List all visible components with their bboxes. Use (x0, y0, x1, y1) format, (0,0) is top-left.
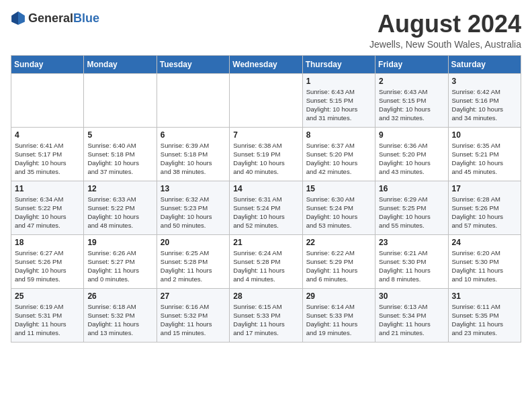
calendar-cell: 12Sunrise: 6:33 AM Sunset: 5:22 PM Dayli… (84, 181, 157, 234)
calendar-cell: 17Sunrise: 6:28 AM Sunset: 5:26 PM Dayli… (448, 181, 521, 234)
day-number: 3 (452, 77, 517, 86)
day-number: 5 (87, 130, 152, 140)
calendar-cell: 14Sunrise: 6:31 AM Sunset: 5:24 PM Dayli… (230, 181, 302, 234)
logo-icon (11, 11, 26, 26)
cell-content: Sunrise: 6:16 AM Sunset: 5:32 PM Dayligh… (161, 302, 226, 338)
cell-content: Sunrise: 6:26 AM Sunset: 5:27 PM Dayligh… (87, 248, 152, 284)
cell-content: Sunrise: 6:13 AM Sunset: 5:34 PM Dayligh… (379, 302, 444, 338)
day-number: 31 (452, 291, 517, 301)
cell-content: Sunrise: 6:25 AM Sunset: 5:28 PM Dayligh… (161, 248, 226, 284)
cell-content: Sunrise: 6:33 AM Sunset: 5:22 PM Dayligh… (87, 195, 152, 230)
logo: GeneralBlue (11, 11, 99, 26)
calendar-cell: 1Sunrise: 6:43 AM Sunset: 5:15 PM Daylig… (302, 73, 375, 127)
day-number: 28 (233, 291, 298, 301)
calendar-cell (84, 73, 157, 127)
day-of-week-header: Saturday (448, 55, 521, 73)
day-of-week-header: Sunday (11, 55, 84, 73)
day-of-week-header: Wednesday (230, 55, 302, 73)
cell-content: Sunrise: 6:21 AM Sunset: 5:30 PM Dayligh… (379, 248, 444, 284)
day-number: 22 (306, 238, 371, 247)
cell-content: Sunrise: 6:29 AM Sunset: 5:25 PM Dayligh… (379, 195, 444, 230)
calendar-cell: 27Sunrise: 6:16 AM Sunset: 5:32 PM Dayli… (157, 288, 229, 342)
cell-content: Sunrise: 6:28 AM Sunset: 5:26 PM Dayligh… (452, 195, 517, 230)
month-year-title: August 2024 (369, 11, 521, 38)
calendar-cell (11, 73, 84, 127)
calendar-cell: 9Sunrise: 6:36 AM Sunset: 5:20 PM Daylig… (375, 127, 448, 181)
day-number: 2 (379, 77, 444, 86)
calendar-cell: 23Sunrise: 6:21 AM Sunset: 5:30 PM Dayli… (375, 234, 448, 288)
calendar-week-row: 1Sunrise: 6:43 AM Sunset: 5:15 PM Daylig… (11, 73, 521, 127)
calendar-cell: 8Sunrise: 6:37 AM Sunset: 5:20 PM Daylig… (302, 127, 375, 181)
cell-content: Sunrise: 6:43 AM Sunset: 5:15 PM Dayligh… (306, 87, 371, 123)
day-number: 29 (306, 291, 371, 301)
day-number: 17 (452, 184, 517, 193)
calendar-week-row: 11Sunrise: 6:34 AM Sunset: 5:22 PM Dayli… (11, 181, 521, 234)
calendar-cell: 19Sunrise: 6:26 AM Sunset: 5:27 PM Dayli… (84, 234, 157, 288)
calendar-cell: 22Sunrise: 6:22 AM Sunset: 5:29 PM Dayli… (302, 234, 375, 288)
calendar-cell: 31Sunrise: 6:11 AM Sunset: 5:35 PM Dayli… (448, 288, 521, 342)
calendar-cell: 20Sunrise: 6:25 AM Sunset: 5:28 PM Dayli… (157, 234, 229, 288)
day-number: 4 (15, 130, 80, 140)
calendar-table: SundayMondayTuesdayWednesdayThursdayFrid… (11, 55, 521, 342)
calendar-header-row: SundayMondayTuesdayWednesdayThursdayFrid… (11, 55, 521, 73)
day-number: 11 (15, 184, 80, 193)
day-number: 24 (452, 238, 517, 247)
calendar-cell: 18Sunrise: 6:27 AM Sunset: 5:26 PM Dayli… (11, 234, 84, 288)
day-of-week-header: Monday (84, 55, 157, 73)
calendar-cell: 15Sunrise: 6:30 AM Sunset: 5:24 PM Dayli… (302, 181, 375, 234)
day-number: 20 (161, 238, 226, 247)
day-number: 7 (233, 130, 298, 140)
day-number: 18 (15, 238, 80, 247)
calendar-cell: 7Sunrise: 6:38 AM Sunset: 5:19 PM Daylig… (230, 127, 302, 181)
calendar-cell (230, 73, 302, 127)
logo-general: General (28, 11, 73, 25)
day-number: 16 (379, 184, 444, 193)
cell-content: Sunrise: 6:31 AM Sunset: 5:24 PM Dayligh… (233, 195, 298, 230)
location-subtitle: Jewells, New South Wales, Australia (369, 39, 521, 50)
cell-content: Sunrise: 6:27 AM Sunset: 5:26 PM Dayligh… (15, 248, 80, 284)
cell-content: Sunrise: 6:35 AM Sunset: 5:21 PM Dayligh… (452, 141, 517, 177)
day-number: 9 (379, 130, 444, 140)
calendar-cell: 10Sunrise: 6:35 AM Sunset: 5:21 PM Dayli… (448, 127, 521, 181)
day-number: 19 (87, 238, 152, 247)
day-of-week-header: Thursday (302, 55, 375, 73)
calendar-cell: 4Sunrise: 6:41 AM Sunset: 5:17 PM Daylig… (11, 127, 84, 181)
cell-content: Sunrise: 6:22 AM Sunset: 5:29 PM Dayligh… (306, 248, 371, 284)
day-number: 10 (452, 130, 517, 140)
day-number: 23 (379, 238, 444, 247)
day-number: 30 (379, 291, 444, 301)
calendar-cell: 2Sunrise: 6:43 AM Sunset: 5:15 PM Daylig… (375, 73, 448, 127)
cell-content: Sunrise: 6:20 AM Sunset: 5:30 PM Dayligh… (452, 248, 517, 284)
cell-content: Sunrise: 6:36 AM Sunset: 5:20 PM Dayligh… (379, 141, 444, 177)
cell-content: Sunrise: 6:41 AM Sunset: 5:17 PM Dayligh… (15, 141, 80, 177)
cell-content: Sunrise: 6:32 AM Sunset: 5:23 PM Dayligh… (161, 195, 226, 230)
calendar-cell: 30Sunrise: 6:13 AM Sunset: 5:34 PM Dayli… (375, 288, 448, 342)
calendar-cell: 21Sunrise: 6:24 AM Sunset: 5:28 PM Dayli… (230, 234, 302, 288)
calendar-cell: 24Sunrise: 6:20 AM Sunset: 5:30 PM Dayli… (448, 234, 521, 288)
calendar-week-row: 25Sunrise: 6:19 AM Sunset: 5:31 PM Dayli… (11, 288, 521, 342)
calendar-cell (157, 73, 229, 127)
calendar-cell: 16Sunrise: 6:29 AM Sunset: 5:25 PM Dayli… (375, 181, 448, 234)
calendar-cell: 5Sunrise: 6:40 AM Sunset: 5:18 PM Daylig… (84, 127, 157, 181)
day-number: 21 (233, 238, 298, 247)
cell-content: Sunrise: 6:30 AM Sunset: 5:24 PM Dayligh… (306, 195, 371, 230)
calendar-cell: 6Sunrise: 6:39 AM Sunset: 5:18 PM Daylig… (157, 127, 229, 181)
calendar-week-row: 4Sunrise: 6:41 AM Sunset: 5:17 PM Daylig… (11, 127, 521, 181)
day-number: 1 (306, 77, 371, 86)
day-number: 25 (15, 291, 80, 301)
cell-content: Sunrise: 6:38 AM Sunset: 5:19 PM Dayligh… (233, 141, 298, 177)
day-of-week-header: Friday (375, 55, 448, 73)
cell-content: Sunrise: 6:19 AM Sunset: 5:31 PM Dayligh… (15, 302, 80, 338)
cell-content: Sunrise: 6:11 AM Sunset: 5:35 PM Dayligh… (452, 302, 517, 338)
cell-content: Sunrise: 6:42 AM Sunset: 5:16 PM Dayligh… (452, 87, 517, 123)
day-number: 6 (161, 130, 226, 140)
cell-content: Sunrise: 6:37 AM Sunset: 5:20 PM Dayligh… (306, 141, 371, 177)
svg-marker-1 (18, 11, 25, 25)
cell-content: Sunrise: 6:39 AM Sunset: 5:18 PM Dayligh… (161, 141, 226, 177)
calendar-cell: 29Sunrise: 6:14 AM Sunset: 5:33 PM Dayli… (302, 288, 375, 342)
calendar-week-row: 18Sunrise: 6:27 AM Sunset: 5:26 PM Dayli… (11, 234, 521, 288)
page-header: GeneralBlue August 2024 Jewells, New Sou… (11, 11, 521, 50)
day-number: 12 (87, 184, 152, 193)
day-number: 15 (306, 184, 371, 193)
day-number: 8 (306, 130, 371, 140)
